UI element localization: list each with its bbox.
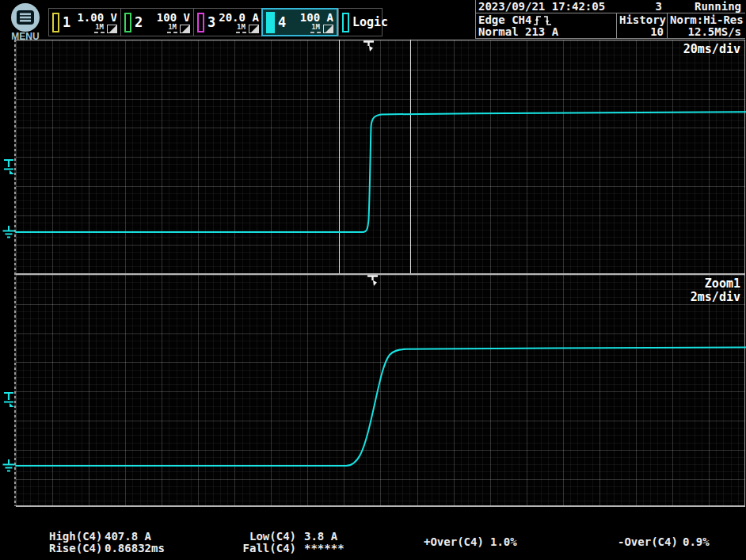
channel-2-number: 2 <box>135 14 143 30</box>
channel-1-box[interactable]: 1 1.00 V 1M <box>48 8 121 36</box>
hamburger-icon <box>11 3 40 32</box>
record-mode: Norm:Hi-Res <box>670 14 741 26</box>
info-divider <box>475 0 476 39</box>
measurement-group-neg-over: -Over(C4) 0.9% <box>618 536 710 548</box>
impedance-icon: 1M <box>167 24 177 33</box>
measurement-value: ****** <box>296 543 344 554</box>
graticule-bottom-border <box>16 505 745 507</box>
channel-1-number: 1 <box>63 14 70 30</box>
channel-2-scale: 100 V <box>157 12 190 23</box>
measurement-label: +Over(C4) <box>424 536 490 548</box>
measurement-group-pos-over: +Over(C4) 1.0% <box>424 536 517 548</box>
probe-icon <box>180 25 190 33</box>
measurement-label: Fall(C4) <box>238 543 296 554</box>
window-separator <box>16 273 745 275</box>
trigger-source-label: Edge CH4 <box>478 14 531 26</box>
trigger-position-marker-main[interactable] <box>362 40 376 54</box>
graticule: 20ms/div Zoom1 2ms/div <box>16 40 745 506</box>
zoom-region-left-line[interactable] <box>339 40 340 273</box>
measurement-label: High(C4) <box>49 531 105 543</box>
trigger-position-marker-zoom[interactable] <box>366 275 380 288</box>
measurement-value: 407.8 A <box>105 531 165 543</box>
history-label: History <box>619 14 664 26</box>
rising-edge-icon <box>533 15 542 26</box>
trigger-source: Edge CH4 <box>478 14 552 26</box>
channel-3-number: 3 <box>207 14 215 30</box>
impedance-icon: 1M <box>94 24 105 33</box>
measurement-value: 3.8 A <box>296 531 344 543</box>
impedance-icon: 1M <box>310 24 321 33</box>
measurement-group-high-rise: High(C4) 407.8 A Rise(C4) 0.86832ms <box>49 531 165 554</box>
trigger-level-marker-main[interactable] <box>2 158 16 175</box>
probe-icon <box>249 25 259 33</box>
ground-level-marker-zoom[interactable] <box>2 459 16 473</box>
falling-edge-icon <box>543 15 552 26</box>
channel-3-color-tag <box>197 13 204 32</box>
channel-4-number: 4 <box>278 14 286 30</box>
logic-color-tag <box>342 13 349 32</box>
logic-label: Logic <box>352 15 388 29</box>
channel-2-box[interactable]: 2 100 V 1M <box>120 8 194 36</box>
channel-1-color-tag <box>52 13 59 32</box>
channel-1-scale: 1.00 V <box>77 12 117 23</box>
measurement-value: 1.0% <box>490 536 517 548</box>
acquisition-count: 3 <box>602 1 662 13</box>
impedance-icon: 1M <box>236 24 246 33</box>
zoom-window-name: Zoom1 <box>705 277 740 290</box>
datetime: 2023/09/21 17:42:05 <box>478 1 605 13</box>
measurement-value: 0.86832ms <box>105 543 165 554</box>
measurement-value: 0.9% <box>683 536 710 548</box>
channel-2-color-tag <box>124 13 131 32</box>
zoom-region-right-line[interactable] <box>410 40 411 273</box>
channel-4-color-tag <box>266 12 275 33</box>
menu-button[interactable]: MENU <box>8 2 43 40</box>
run-state: Running <box>670 1 741 13</box>
trigger-level-marker-zoom[interactable] <box>2 391 16 408</box>
channel-3-box[interactable]: 3 20.0 A 1M <box>193 8 262 36</box>
main-timebase-label: 20ms/div <box>683 43 740 55</box>
probe-icon <box>323 25 333 33</box>
ground-level-marker-main[interactable] <box>2 225 16 239</box>
info-divider <box>616 13 617 39</box>
channel-4-box-selected[interactable]: 4 100 A 1M <box>261 8 338 36</box>
main-window-grid <box>16 40 745 273</box>
info-divider <box>667 13 668 39</box>
measurement-label: -Over(C4) <box>618 536 683 548</box>
probe-icon <box>107 25 117 33</box>
info-divider <box>475 38 745 39</box>
channel-3-scale: 20.0 A <box>219 12 259 23</box>
graticule-left-edge <box>14 40 16 506</box>
zoom-window-grid <box>16 275 745 505</box>
measurement-label: Rise(C4) <box>49 543 105 554</box>
trigger-mode: Normal 213 A <box>478 26 558 38</box>
logic-box[interactable]: Logic <box>338 8 383 36</box>
sample-rate: 12.5MS/s <box>670 26 741 38</box>
measurement-group-low-fall: Low(C4) 3.8 A Fall(C4) ****** <box>238 531 344 554</box>
channel-4-scale: 100 A <box>300 12 333 23</box>
history-value: 10 <box>619 26 664 38</box>
zoom-timebase-label: 2ms/div <box>691 291 740 303</box>
measurement-label: Low(C4) <box>238 531 296 543</box>
